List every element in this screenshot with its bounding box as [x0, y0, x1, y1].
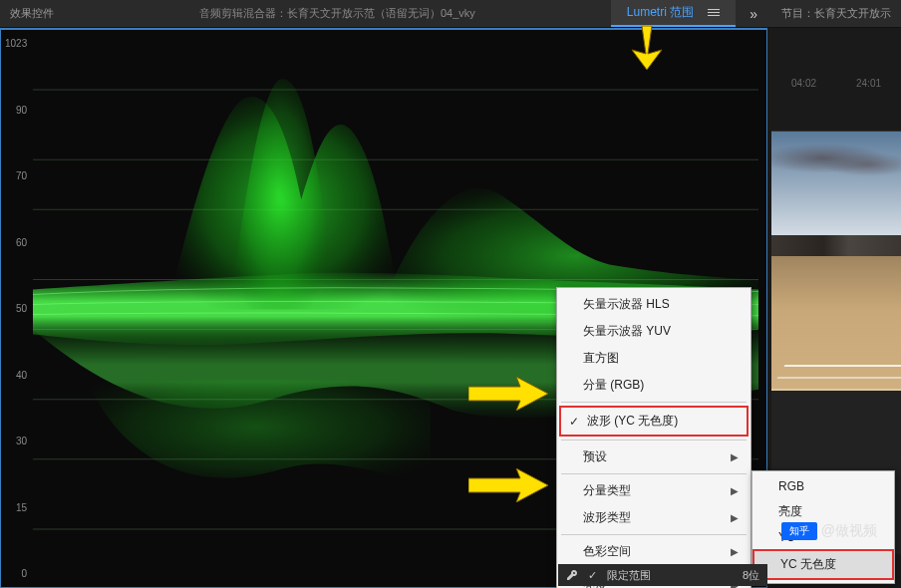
menu-item[interactable]: 预设▶ [557, 443, 751, 470]
tab-program[interactable]: 节目：长育天文开放示 [771, 6, 901, 21]
ruler-left: 04:02 [791, 78, 816, 89]
submenu-item-label: YC 无色度 [780, 556, 836, 573]
menu-separator [561, 440, 747, 441]
y-tick: 30 [5, 436, 31, 446]
zhihu-badge-icon: 知乎 [781, 522, 817, 540]
y-tick: 0 [5, 568, 31, 579]
menu-item-label: 波形 (YC 无色度) [587, 413, 678, 430]
menu-item[interactable]: 波形类型▶ [557, 504, 751, 531]
chevron-right-icon: ▶ [731, 485, 739, 496]
y-tick: 90 [5, 105, 31, 116]
chevron-right-icon: ▶ [731, 546, 739, 557]
app-header: 效果控件 音频剪辑混合器：长育天文开放示范（语留无词）04_vky Lumetr… [0, 0, 901, 28]
submenu-item[interactable]: RGB [752, 474, 894, 498]
menu-item-label: 预设 [583, 448, 607, 465]
panel-close-button[interactable]: » [736, 6, 771, 22]
check-icon: ✓ [588, 569, 597, 582]
bit-depth-value[interactable]: 8位 [743, 568, 759, 583]
submenu-item[interactable]: YC 无色度 [752, 549, 894, 580]
watermark-text: @做视频 [821, 522, 877, 540]
menu-separator [561, 534, 747, 535]
preview-ruler: 04:02 24:01 [771, 36, 901, 132]
y-tick: 1023 [5, 38, 31, 49]
submenu-item[interactable]: 亮度 [752, 498, 894, 525]
menu-item[interactable]: ✓波形 (YC 无色度) [559, 406, 749, 437]
panel-menu-icon[interactable] [708, 9, 720, 16]
tab-effects[interactable]: 效果控件 [0, 6, 64, 21]
chevron-right-icon: ▶ [731, 451, 739, 462]
y-tick: 15 [5, 502, 31, 513]
menu-separator [561, 402, 747, 403]
ruler-right: 24:01 [856, 78, 881, 89]
y-tick: 40 [5, 370, 31, 381]
submenu-item-label: 亮度 [778, 503, 802, 520]
scope-context-menu: 矢量示波器 HLS矢量示波器 YUV直方图分量 (RGB)✓波形 (YC 无色度… [556, 287, 751, 588]
menu-item[interactable]: 矢量示波器 YUV [557, 318, 751, 345]
check-icon: ✓ [569, 415, 579, 429]
menu-item[interactable]: 色彩空间▶ [557, 538, 751, 565]
menu-separator [561, 473, 747, 474]
watermark: 知乎 @做视频 [781, 522, 877, 540]
submenu-item-label: RGB [778, 479, 804, 493]
menu-item-label: 分量类型 [583, 482, 631, 499]
menu-item[interactable]: 直方图 [557, 345, 751, 372]
menu-item-label: 色彩空间 [583, 543, 631, 560]
scope-y-axis: 1023 90 70 60 50 40 30 15 0 [5, 38, 31, 579]
program-preview-image [771, 132, 901, 391]
tab-lumetri-scopes[interactable]: Lumetri 范围 [611, 0, 736, 27]
y-tick: 70 [5, 170, 31, 181]
y-tick: 50 [5, 303, 31, 314]
menu-item-label: 波形类型 [583, 509, 631, 526]
menu-item-label: 矢量示波器 YUV [583, 323, 671, 340]
menu-item[interactable]: 分量 (RGB) [557, 372, 751, 399]
menu-item[interactable]: 矢量示波器 HLS [557, 291, 751, 318]
chevron-right-icon: ▶ [731, 512, 739, 523]
clamp-label[interactable]: 限定范围 [607, 568, 651, 583]
tab-audio-mixer[interactable]: 音频剪辑混合器：长育天文开放示范（语留无词）04_vky [64, 6, 611, 21]
wrench-icon[interactable] [566, 569, 578, 581]
menu-item-label: 分量 (RGB) [583, 377, 644, 394]
menu-item-label: 直方图 [583, 350, 619, 367]
scope-bottom-bar: ✓ 限定范围 8位 [558, 564, 767, 586]
menu-item[interactable]: 分量类型▶ [557, 477, 751, 504]
menu-item-label: 矢量示波器 HLS [583, 296, 670, 313]
tab-lumetri-label: Lumetri 范围 [627, 4, 694, 21]
y-tick: 60 [5, 237, 31, 248]
